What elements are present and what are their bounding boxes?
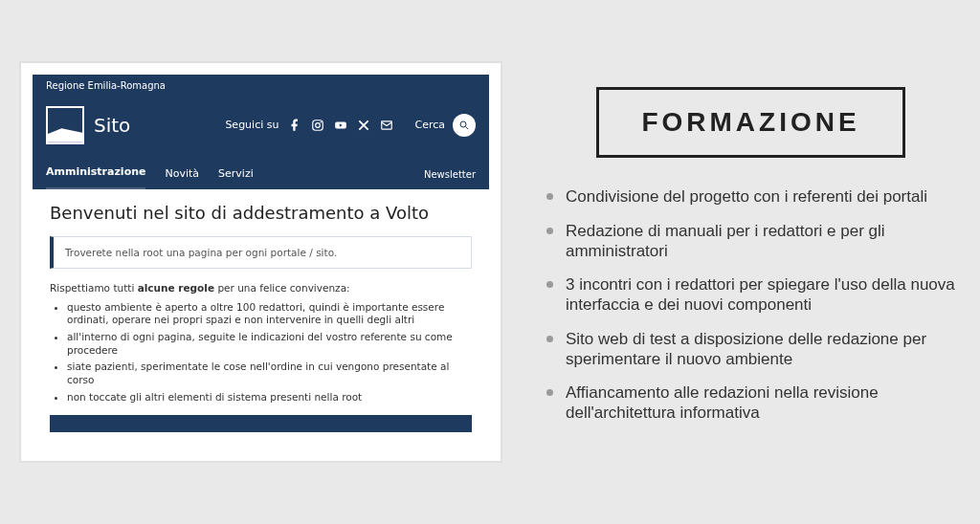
bullet-item: Affiancamento alle redazioni nella revis… [545,382,961,424]
search-button[interactable] [453,114,476,137]
brand-title: Sito [94,114,130,137]
search: Cerca [414,114,476,137]
brand-bar: Sito Seguici su Cerca [33,97,489,158]
nav-newsletter[interactable]: Newsletter [424,162,476,189]
region-label: Regione Emilia-Romagna [46,80,166,91]
svg-point-5 [460,121,466,127]
rules-intro-bold: alcune regole [138,282,214,294]
region-bar: Regione Emilia-Romagna [33,75,489,97]
rules-intro-post: per una felice convivenza: [214,282,350,294]
slide-content: FORMAZIONE Condivisione del progetto con… [541,87,961,436]
mail-icon[interactable] [380,119,393,132]
rule-item: siate pazienti, sperimentate le cose nel… [67,360,472,386]
youtube-icon[interactable] [334,119,347,132]
main-nav: Amministrazione Novità Servizi Newslette… [33,158,489,189]
search-label: Cerca [414,119,445,131]
site-logo-icon [46,106,84,144]
callout-box: Troverete nella root una pagina per ogni… [50,236,472,269]
callout-text: Troverete nella root una pagina per ogni… [65,247,337,258]
search-icon [458,120,470,131]
bullet-item: Condivisione del progetto con i referent… [545,186,961,207]
follow-label: Seguici su [225,119,278,131]
page-content: Benvenuti nel sito di addestramento a Vo… [33,189,489,449]
nav-item-servizi[interactable]: Servizi [218,160,254,189]
rules-intro-pre: Rispettiamo tutti [50,282,138,294]
screenshot: Regione Emilia-Romagna Sito Seguici su C… [33,75,489,449]
footer-bar [50,415,472,432]
nav-item-amministrazione[interactable]: Amministrazione [46,158,145,189]
instagram-icon[interactable] [311,119,324,132]
slide-title-box: FORMAZIONE [596,87,904,158]
rules-intro: Rispettiamo tutti alcune regole per una … [50,282,472,294]
facebook-icon[interactable] [288,119,301,132]
x-twitter-icon[interactable] [357,119,370,132]
slide-bullets: Condivisione del progetto con i referent… [541,186,961,436]
rule-item: all'interno di ogni pagina, seguite le i… [67,331,472,357]
slide-title: FORMAZIONE [641,107,859,137]
bullet-item: 3 incontri con i redattori per spiegare … [545,274,961,316]
nav-item-novita[interactable]: Novità [165,160,199,189]
bullet-item: Sito web di test a disposizione delle re… [545,329,961,370]
page-title: Benvenuti nel sito di addestramento a Vo… [50,203,472,223]
rule-item: non toccate gli altri elementi di sistem… [67,391,472,404]
screenshot-frame: Regione Emilia-Romagna Sito Seguici su C… [19,61,502,463]
rules-list: questo ambiente è aperto a oltre 100 red… [67,301,472,404]
bullet-item: Redazione di manuali per i redattori e p… [545,221,961,262]
svg-point-2 [321,121,322,122]
rule-item: questo ambiente è aperto a oltre 100 red… [67,301,472,327]
social-links: Seguici su [225,119,393,132]
svg-point-1 [316,122,321,127]
